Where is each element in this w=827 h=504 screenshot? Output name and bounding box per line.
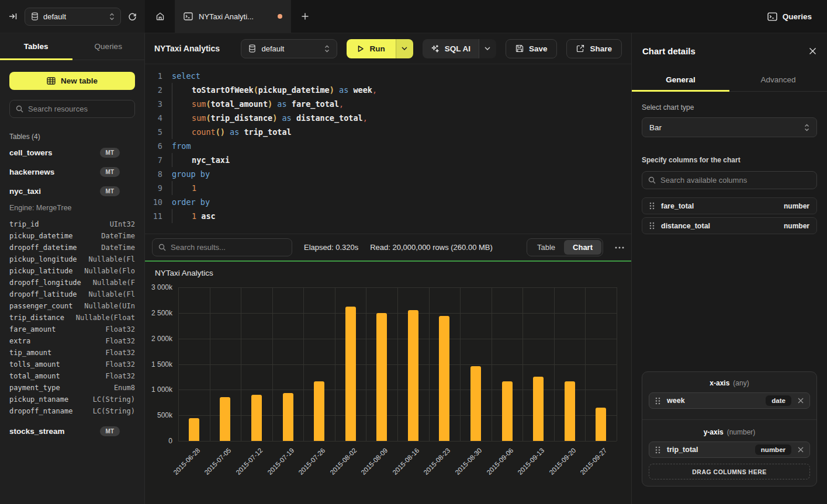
new-table-button[interactable]: New table [9, 72, 135, 90]
gridline-vertical [585, 287, 586, 441]
columns-search[interactable] [642, 171, 817, 189]
column-name: pickup_longitude [9, 253, 77, 265]
resource-search[interactable] [9, 100, 135, 118]
chart-bar[interactable] [251, 395, 262, 441]
line-number: 1 [145, 69, 172, 83]
sidebar-tab-queries[interactable]: Queries [72, 33, 145, 60]
available-column-pill[interactable]: fare_totalnumber [642, 197, 817, 214]
share-button[interactable]: Share [566, 39, 622, 58]
x-axis-tick-label: 2015-08-09 [360, 447, 389, 476]
gridline-vertical [429, 287, 430, 441]
code-line: 2toStartOfWeek(pickup_datetime) as week, [145, 83, 631, 97]
table-column-row: extraFloat32 [9, 335, 135, 347]
sql-editor[interactable]: 1select2toStartOfWeek(pickup_datetime) a… [145, 64, 631, 234]
code-token: 1 [192, 181, 196, 195]
refresh-icon [128, 12, 137, 21]
column-type: Float32 [105, 347, 135, 359]
sidebar-database-selector[interactable]: default [25, 8, 121, 26]
gridline-vertical [397, 287, 398, 441]
query-title: NYTaxi Analytics [154, 44, 220, 53]
available-column-pill[interactable]: distance_totalnumber [642, 217, 817, 234]
drag-handle-icon [655, 446, 660, 454]
chart-bar[interactable] [439, 316, 449, 441]
table-column-row: total_amountFloat32 [9, 370, 135, 382]
read-stat: Read: 20,000,000 rows (260.00 MB) [370, 243, 493, 252]
chart-bar[interactable] [376, 313, 387, 441]
refresh-button[interactable] [128, 12, 137, 21]
axes-config-box: x-axis (any) weekdate y-axis (number) tr… [642, 371, 817, 486]
columns-section-label: Specify columns for the chart [642, 156, 817, 164]
chart-details-body: Select chart type Bar Specify columns fo… [632, 92, 827, 504]
indent-guide [172, 125, 192, 139]
run-options-button[interactable] [396, 39, 413, 58]
chart-details-tabs: General Advanced [632, 68, 827, 92]
view-toggle-table[interactable]: Table [528, 240, 564, 255]
y-axis-column-pill[interactable]: trip_totalnumber [649, 442, 810, 458]
code-token: select [172, 69, 200, 83]
available-column-name: fare_total [661, 202, 694, 210]
query-tab[interactable]: NYTaxi Analyti... [175, 0, 291, 33]
code-token: ( [206, 97, 210, 111]
more-options-button[interactable] [615, 246, 624, 249]
close-panel-button[interactable] [809, 47, 816, 55]
chart-bar[interactable] [314, 381, 324, 441]
chart-bar[interactable] [220, 397, 230, 441]
home-tab[interactable] [145, 0, 175, 33]
table-row[interactable]: nyc_taxiMT [9, 182, 135, 201]
gridline-vertical [241, 287, 241, 441]
chart-bar[interactable] [408, 310, 418, 441]
sidebar-tab-tables[interactable]: Tables [0, 33, 72, 60]
axes-divider [642, 419, 816, 420]
chart-bar[interactable] [533, 377, 544, 441]
chart-bar[interactable] [345, 307, 356, 441]
table-column-row: pickup_longitudeNullable(Fl [9, 253, 135, 265]
table-row[interactable]: stocks_streamMT [9, 422, 135, 441]
chart-bar[interactable] [565, 381, 575, 441]
save-button[interactable]: Save [506, 39, 558, 58]
tab-advanced[interactable]: Advanced [729, 68, 827, 91]
query-header: NYTaxi Analytics default [145, 33, 631, 64]
chart-bar[interactable] [470, 366, 481, 441]
table-row[interactable]: hackernewsMT [9, 162, 135, 182]
resource-search-input[interactable] [28, 105, 129, 113]
gridline-vertical [554, 287, 555, 441]
gridline-vertical [523, 287, 523, 441]
results-search[interactable] [152, 238, 292, 256]
table-name: stocks_stream [9, 427, 65, 436]
queries-button[interactable]: Queries [767, 12, 812, 21]
chart-type-select[interactable]: Bar [642, 117, 817, 137]
available-columns-list: fare_totalnumberdistance_totalnumber [642, 197, 817, 234]
close-icon [798, 398, 804, 404]
x-axis-column-type-badge: date [766, 395, 791, 406]
remove-column-button[interactable] [798, 447, 804, 453]
chart-bar[interactable] [283, 393, 293, 441]
code-token [348, 83, 353, 97]
query-database-selector-value: default [261, 44, 284, 53]
remove-column-button[interactable] [798, 398, 804, 404]
x-axis-column-pill[interactable]: weekdate [649, 392, 810, 409]
view-toggle-chart[interactable]: Chart [564, 240, 601, 255]
new-tab-button[interactable] [291, 0, 319, 33]
run-button[interactable]: Run [347, 39, 395, 58]
tabstrip: NYTaxi Analyti... [145, 0, 319, 33]
chart-bar[interactable] [502, 381, 513, 441]
y-axis-tick-label: 2 000k [151, 335, 172, 343]
x-axis-column-name: week [667, 397, 685, 405]
collapse-sidebar-button[interactable] [8, 12, 18, 21]
code-line: 111 asc [145, 209, 631, 223]
results-search-input[interactable] [171, 243, 286, 252]
sql-ai-button[interactable]: SQL AI [423, 39, 479, 58]
columns-search-input[interactable] [660, 176, 811, 185]
chart-plot: 0500k1 000k1 500k2 000k2 500k3 000k2015-… [178, 287, 617, 441]
sql-ai-options-button[interactable] [479, 39, 496, 58]
chart-bar[interactable] [189, 418, 199, 441]
query-database-selector[interactable]: default [241, 39, 337, 58]
column-type: DateTime [101, 242, 135, 253]
table-row[interactable]: cell_towersMT [9, 143, 135, 162]
available-column-type: number [784, 222, 809, 230]
chart-bar[interactable] [596, 408, 606, 441]
drop-zone[interactable]: DRAG COLUMNS HERE [649, 464, 810, 479]
tab-general[interactable]: General [632, 68, 729, 91]
column-name: dropoff_datetime [9, 242, 77, 253]
table-column-row: pickup_datetimeDateTime [9, 230, 135, 242]
